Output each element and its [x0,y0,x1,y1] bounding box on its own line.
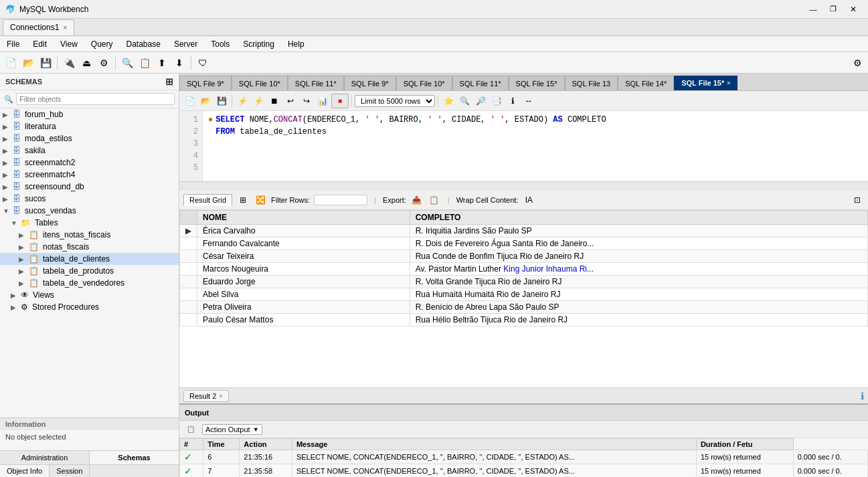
open-button[interactable]: 📂 [20,55,36,71]
tables-folder[interactable]: ▼ 📁 Tables [0,217,179,229]
schema-literatura[interactable]: ▶ 🗄 literatura [0,120,179,132]
menu-view[interactable]: View [54,36,84,52]
data-export-button[interactable]: ⬆ [154,55,170,71]
table-notas-fiscais[interactable]: ▶ 📋 notas_fiscais [0,241,179,253]
sql-tab-10b[interactable]: SQL File 10* [396,76,452,90]
export-button[interactable]: 📤 [410,193,424,207]
execute-all-button[interactable]: ⚡ [251,94,266,108]
filter-input[interactable] [16,93,175,105]
auto-commit-button[interactable]: ■ [331,94,349,108]
filter-rows-button[interactable]: 🔀 [254,193,267,207]
schema-moda-estilos[interactable]: ▶ 🗄 moda_estilos [0,132,179,145]
new-tab-button[interactable]: 📄 [182,94,197,108]
table-row[interactable]: Fernando Cavalcante R. Dois de Fevereiro… [180,237,868,250]
menu-edit[interactable]: Edit [26,36,54,52]
open-file-button[interactable]: 📂 [198,94,213,108]
minimize-button[interactable]: — [804,3,822,16]
col-header-completo[interactable]: COMPLETO [410,211,867,225]
schema-inspector-button[interactable]: 🔍 [119,55,135,71]
table-row[interactable]: Abel Silva Rua Humaitá Humaitá Rio de Ja… [180,288,868,301]
table-editor-button[interactable]: 📋 [137,55,153,71]
editor-content[interactable]: ● SELECT NOME, CONCAT(ENDERECO_1, ' ', B… [203,111,868,181]
close-button[interactable]: ✕ [844,3,863,16]
disconnect-button[interactable]: ⏏ [78,55,94,71]
schema-screenmatch2[interactable]: ▶ 🗄 screenmatch2 [0,157,179,169]
find-button[interactable]: 🔍 [457,94,472,108]
wrap-button[interactable]: ↔ [521,94,536,108]
table-vendedores[interactable]: ▶ 📋 tabela_de_vendedores [0,277,179,289]
zoom-button[interactable]: 🔎 [473,94,488,108]
table-row[interactable]: ▶ Érica Carvalho R. Iriquitia Jardins Sã… [180,225,868,237]
data-import-button[interactable]: ⬇ [171,55,187,71]
tab-schemas[interactable]: Schemas [90,451,179,464]
sql-tab-15b[interactable]: SQL File 15* × [674,76,737,90]
menu-help[interactable]: Help [281,36,311,52]
sql-tab-close[interactable]: × [727,80,730,86]
views-folder[interactable]: ▶ 👁 Views [0,289,179,301]
output-row-6[interactable]: ✓ 6 21:35:16 SELECT NOME, CONCAT(ENDEREC… [180,450,868,464]
stored-procedures-folder[interactable]: ▶ ⚙ Stored Procedures [0,301,179,313]
result-2-tab[interactable]: Result 2 × [183,390,229,402]
sql-tab-14[interactable]: SQL File 14* [618,76,674,90]
schema-sucos-vendas[interactable]: ▼ 🗄 sucos_vendas [0,205,179,217]
col-header-nome[interactable]: NOME [197,211,410,225]
save-file-button[interactable]: 💾 [214,94,229,108]
info-button[interactable]: ℹ [505,94,520,108]
menu-file[interactable]: File [0,36,26,52]
table-row[interactable]: César Teixeira Rua Conde de Bonfim Tijuc… [180,250,868,263]
stop-button[interactable]: ⏹ [267,94,282,108]
table-row[interactable]: Eduardo Jorge R. Volta Grande Tijuca Rio… [180,276,868,288]
menu-database[interactable]: Database [120,36,167,52]
action-output-select[interactable]: Action Output ▼ [202,424,262,435]
schema-sakila[interactable]: ▶ 🗄 sakila [0,145,179,157]
maximize-button[interactable]: ❐ [824,3,843,16]
table-clientes[interactable]: ▶ 📋 tabela_de_clientes [0,253,179,265]
explain-button[interactable]: 📊 [315,94,330,108]
filter-rows-input[interactable] [314,195,367,205]
connection-tab[interactable]: Connections1 × [3,19,74,35]
sql-tab-9a[interactable]: SQL File 9* [179,76,232,90]
output-row-7[interactable]: ✓ 7 21:35:58 SELECT NOME, CONCAT(ENDEREC… [180,464,868,478]
menu-query[interactable]: Query [84,36,120,52]
bookmark-button[interactable]: ⭐ [441,94,456,108]
connect-button[interactable]: 🔌 [61,55,77,71]
menu-tools[interactable]: Tools [204,36,236,52]
settings-button[interactable]: ⚙ [96,55,112,71]
table-itens-notas[interactable]: ▶ 📋 itens_notas_fiscais [0,229,179,241]
sql-tab-10a[interactable]: SQL File 10* [232,76,288,90]
manage-button[interactable]: 🛡 [195,55,211,71]
grid-options-button[interactable]: ⊞ [236,193,250,207]
result-tab-close[interactable]: × [219,393,222,399]
editor-scrollbar[interactable] [179,181,868,189]
schema-forum-hub[interactable]: ▶ 🗄 forum_hub [0,108,179,120]
table-row[interactable]: Petra Oliveira R. Benício de Abreu Lapa … [180,301,868,314]
wrap-cell-button[interactable]: IA [522,193,535,207]
save-button[interactable]: 💾 [37,55,54,71]
format-button[interactable]: 📑 [489,94,504,108]
object-info-tab[interactable]: Object Info [0,465,50,477]
redo-button[interactable]: ↪ [299,94,314,108]
info-icon[interactable]: ℹ [861,391,864,401]
schemas-menu-icon[interactable]: ⊞ [165,76,173,87]
sql-tab-9b[interactable]: SQL File 9* [344,76,396,90]
expand-result-button[interactable]: ⊡ [851,193,864,207]
sql-tab-11a[interactable]: SQL File 11* [288,76,344,90]
execute-button[interactable]: ⚡ [235,94,250,108]
settings-gear-button[interactable]: ⚙ [849,55,865,71]
sql-tab-11b[interactable]: SQL File 11* [452,76,509,90]
session-tab[interactable]: Session [50,465,90,477]
undo-button[interactable]: ↩ [283,94,298,108]
table-row[interactable]: Marcos Nougeuira Av. Pastor Martin Luthe… [180,263,868,276]
menu-scripting[interactable]: Scripting [236,36,281,52]
schema-screensound[interactable]: ▶ 🗄 screensound_db [0,181,179,193]
schema-screenmatch4[interactable]: ▶ 🗄 screenmatch4 [0,169,179,181]
schema-sucos[interactable]: ▶ 🗄 sucos [0,193,179,205]
connection-tab-close[interactable]: × [63,24,67,31]
result-grid-tab[interactable]: Result Grid [183,194,232,206]
sql-tab-13[interactable]: SQL File 13 [565,76,618,90]
table-row[interactable]: Paulo César Mattos Rua Hélio Beltrão Tij… [180,314,868,326]
new-query-button[interactable]: 📄 [3,55,19,71]
export-format-button[interactable]: 📋 [428,193,441,207]
table-produtos[interactable]: ▶ 📋 tabela_de_produtos [0,265,179,277]
menu-server[interactable]: Server [167,36,204,52]
